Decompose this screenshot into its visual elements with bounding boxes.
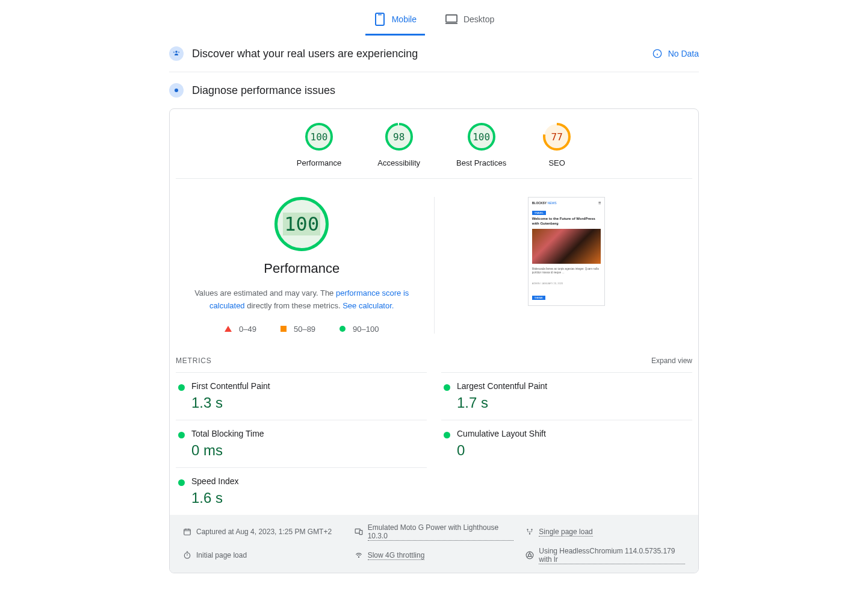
square-icon (281, 326, 287, 332)
score-accessibility[interactable]: 98 Accessibility (377, 122, 420, 167)
svg-line-37 (531, 556, 533, 557)
score-performance[interactable]: 100 Performance (297, 122, 341, 167)
status-dot-icon (444, 384, 450, 391)
discover-title: Discover what your real users are experi… (192, 48, 653, 60)
devices-icon (355, 528, 363, 536)
metric-fcp[interactable]: First Contentful Paint 1.3 s (176, 372, 427, 420)
discover-section: Discover what your real users are experi… (169, 36, 699, 72)
svg-point-5 (173, 52, 175, 53)
metric-tbt[interactable]: Total Blocking Time 0 ms (176, 420, 427, 467)
svg-point-26 (527, 529, 529, 530)
hamburger-icon: ☰ (598, 201, 601, 205)
diagnose-title: Diagnose performance issues (192, 84, 699, 97)
chrome-icon (525, 551, 534, 559)
timer-icon (183, 551, 191, 559)
diagnose-section: Diagnose performance issues (169, 72, 699, 108)
svg-point-32 (358, 556, 359, 557)
svg-point-27 (532, 529, 533, 530)
network-icon (525, 528, 534, 536)
calculator-link[interactable]: See calculator. (343, 301, 394, 310)
score-legend: 0–49 50–89 90–100 (188, 325, 416, 334)
tab-desktop[interactable]: Desktop (437, 7, 503, 36)
single-page-load: Single page load (525, 523, 685, 541)
device-tabs: Mobile Desktop (36, 0, 832, 36)
users-icon (169, 46, 184, 61)
wifi-icon (355, 551, 363, 559)
diagnose-icon (169, 83, 184, 98)
info-icon (653, 49, 662, 58)
initial-load: Initial page load (183, 547, 343, 564)
svg-point-28 (529, 533, 530, 534)
status-dot-icon (178, 432, 185, 438)
throttling: Slow 4G throttling (355, 547, 514, 564)
emulated-device: Emulated Moto G Power with Lighthouse 10… (355, 523, 514, 541)
svg-point-29 (184, 553, 190, 558)
status-dot-icon (178, 384, 185, 391)
calendar-icon (183, 528, 191, 536)
performance-description: Values are estimated and may vary. The p… (193, 287, 410, 313)
svg-point-6 (178, 52, 179, 53)
metrics-header: METRICS Expand view (170, 346, 698, 372)
performance-big-gauge: 100 (274, 197, 329, 251)
triangle-icon (225, 326, 232, 332)
captured-at: Captured at Aug 4, 2023, 1:25 PM GMT+2 (183, 523, 343, 541)
score-row: 100 Performance 98 Accessibility 100 (176, 109, 692, 179)
svg-rect-20 (184, 529, 191, 535)
browser-info: Using HeadlessChromium 114.0.5735.179 wi… (525, 547, 685, 564)
score-best-practices[interactable]: 100 Best Practices (456, 122, 506, 167)
expand-view-link[interactable]: Expand view (651, 357, 692, 365)
status-dot-icon (178, 479, 185, 486)
metrics-title: METRICS (176, 357, 212, 365)
no-data-link[interactable]: No Data (653, 49, 699, 58)
circle-icon (339, 326, 346, 332)
tab-desktop-label: Desktop (463, 14, 494, 24)
status-dot-icon (444, 432, 450, 438)
tab-mobile[interactable]: Mobile (365, 7, 425, 36)
svg-rect-2 (446, 15, 457, 22)
svg-point-4 (175, 51, 178, 53)
mobile-icon (374, 13, 386, 25)
performance-big-title: Performance (188, 261, 416, 276)
desktop-icon (445, 13, 457, 25)
metric-lcp[interactable]: Largest Contentful Paint 1.7 s (441, 372, 692, 420)
environment-footer: Captured at Aug 4, 2023, 1:25 PM GMT+2 E… (170, 515, 698, 573)
svg-line-36 (527, 556, 529, 557)
svg-point-10 (175, 89, 178, 92)
metric-si[interactable]: Speed Index 1.6 s (176, 467, 427, 515)
score-seo[interactable]: 77 SEO (542, 122, 571, 167)
metrics-grid: First Contentful Paint 1.3 s Largest Con… (170, 372, 698, 515)
tab-mobile-label: Mobile (392, 14, 417, 24)
performance-detail: 100 Performance Values are estimated and… (170, 179, 698, 346)
metric-cls[interactable]: Cumulative Layout Shift 0 (441, 420, 692, 467)
svg-rect-25 (359, 531, 362, 535)
page-screenshot: BLOCKSY NEWS ☰ TRAVEL Welcome to the Fut… (528, 197, 605, 306)
lighthouse-card: 100 Performance 98 Accessibility 100 (169, 108, 699, 573)
